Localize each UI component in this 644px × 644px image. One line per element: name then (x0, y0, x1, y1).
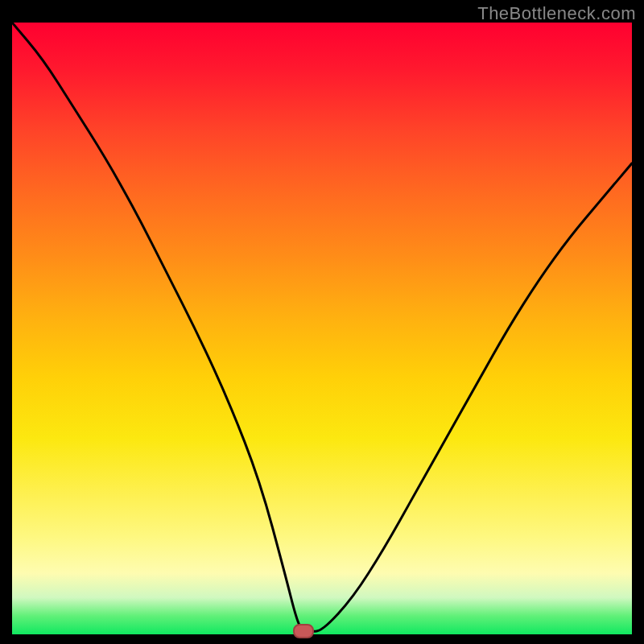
watermark-text: TheBottleneck.com (477, 3, 636, 24)
chart-plot-area (12, 23, 632, 634)
chart-line (12, 23, 632, 634)
chart-marker (293, 624, 314, 638)
